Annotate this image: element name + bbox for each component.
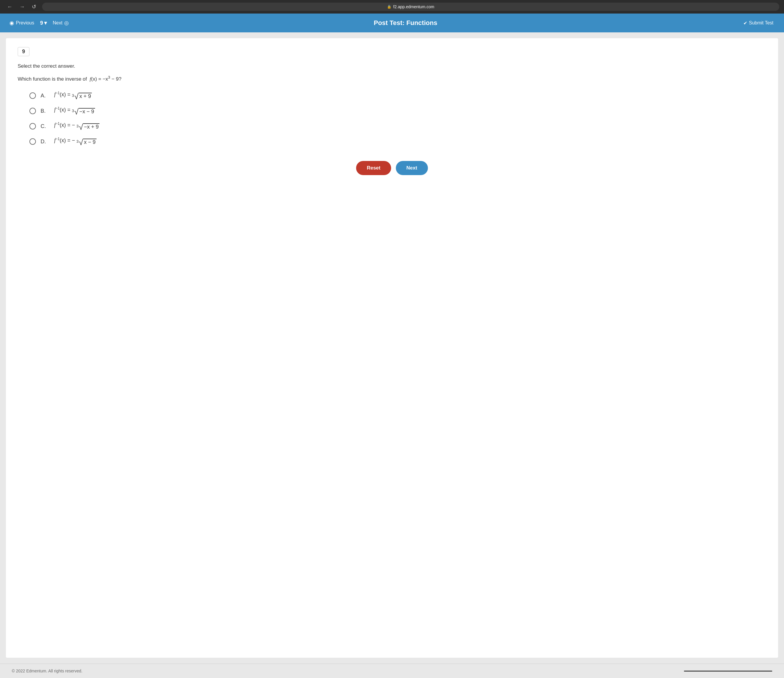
lock-icon: 🔒 bbox=[387, 5, 391, 9]
question-card: 9 Select the correct answer. Which funct… bbox=[6, 38, 778, 658]
option-c[interactable]: C. f−1(x) = − 3√−x + 9 bbox=[30, 121, 766, 131]
option-d[interactable]: D. f−1(x) = − 3√x − 9 bbox=[30, 137, 766, 146]
address-text: f2.app.edmentum.com bbox=[393, 5, 434, 9]
browser-bar: ← → ↺ 🔒 f2.app.edmentum.com bbox=[0, 0, 784, 14]
dropdown-icon: ▾ bbox=[44, 20, 47, 26]
question-number-display: 9 bbox=[40, 20, 43, 26]
browser-back-button[interactable]: ← bbox=[5, 3, 15, 11]
option-b-formula: f−1(x) = 3√−x − 9 bbox=[54, 106, 95, 116]
radio-d[interactable] bbox=[30, 138, 36, 145]
next-icon: ◎ bbox=[64, 20, 69, 26]
option-a-label: A. bbox=[40, 93, 50, 99]
radio-c[interactable] bbox=[30, 123, 36, 129]
previous-icon: ◉ bbox=[9, 20, 14, 26]
option-d-formula: f−1(x) = − 3√x − 9 bbox=[54, 137, 96, 146]
option-d-label: D. bbox=[40, 138, 50, 145]
radio-b[interactable] bbox=[30, 108, 36, 114]
browser-forward-button[interactable]: → bbox=[17, 3, 27, 11]
main-content: 9 Select the correct answer. Which funct… bbox=[0, 33, 784, 664]
option-a-formula: f−1(x) = 3√x + 9 bbox=[54, 91, 92, 100]
option-b[interactable]: B. f−1(x) = 3√−x − 9 bbox=[30, 106, 766, 116]
address-bar[interactable]: 🔒 f2.app.edmentum.com bbox=[42, 3, 779, 11]
instruction-text: Select the correct answer. bbox=[18, 63, 766, 69]
copyright-text: © 2022 Edmentum. All rights reserved. bbox=[12, 669, 82, 673]
browser-nav-arrows: ← → ↺ bbox=[5, 2, 39, 11]
footer-line bbox=[684, 671, 772, 672]
option-c-label: C. bbox=[40, 123, 50, 129]
submit-check-icon: ✔ bbox=[744, 20, 747, 26]
radio-a[interactable] bbox=[30, 92, 36, 99]
page-title: Post Test: Functions bbox=[72, 19, 739, 27]
next-button-main[interactable]: Next bbox=[396, 161, 428, 175]
reset-button[interactable]: Reset bbox=[356, 161, 391, 175]
footer: © 2022 Edmentum. All rights reserved. bbox=[0, 664, 784, 678]
question-text: Which function is the inverse of f(x) = … bbox=[18, 75, 766, 83]
option-a[interactable]: A. f−1(x) = 3√x + 9 bbox=[30, 91, 766, 100]
option-b-label: B. bbox=[40, 108, 50, 114]
next-label-header: Next bbox=[53, 20, 62, 26]
browser-reload-button[interactable]: ↺ bbox=[30, 2, 39, 11]
options-list: A. f−1(x) = 3√x + 9 B. f−1(x) = 3√−x − 9 bbox=[30, 91, 766, 146]
previous-button[interactable]: ◉ Previous bbox=[6, 17, 38, 28]
previous-label: Previous bbox=[16, 20, 34, 26]
question-number-selector[interactable]: 9 ▾ bbox=[38, 20, 49, 26]
next-button-header[interactable]: Next ◎ bbox=[49, 17, 72, 28]
submit-test-button[interactable]: ✔ Submit Test bbox=[739, 18, 778, 28]
question-number-badge: 9 bbox=[18, 47, 30, 56]
app-header: ◉ Previous 9 ▾ Next ◎ Post Test: Functio… bbox=[0, 14, 784, 33]
action-buttons: Reset Next bbox=[18, 161, 766, 175]
submit-label: Submit Test bbox=[749, 20, 773, 26]
option-c-formula: f−1(x) = − 3√−x + 9 bbox=[54, 121, 100, 131]
